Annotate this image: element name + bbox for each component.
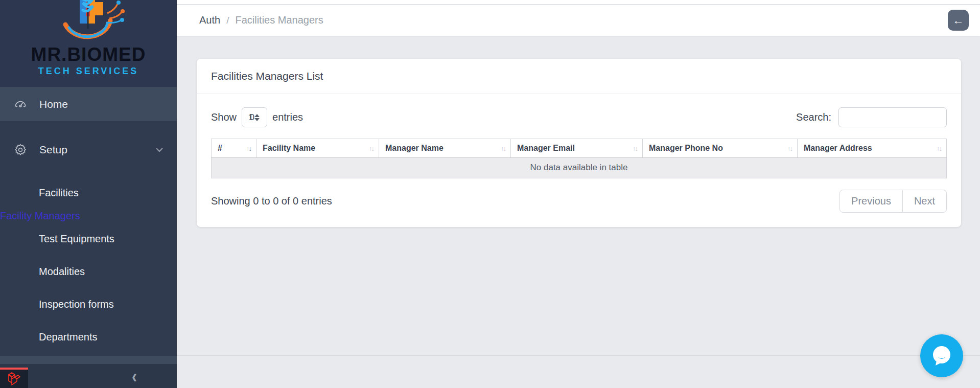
main-area: Auth / Facilities Managers ← Facilities … [177, 0, 980, 388]
empty-table-row: No data available in table [212, 158, 947, 178]
entries-info: Showing 0 to 0 of 0 entries [211, 195, 332, 207]
sort-icon: ↑↓ [625, 145, 637, 152]
page-length-select[interactable]: 10 [242, 107, 267, 127]
logo-subtitle: TECH SERVICES [0, 66, 177, 77]
pagination: Previous Next [839, 190, 947, 213]
table-header-row: # ↑↓ Facility Name ↑↓ Manager Name ↑↓ [212, 139, 947, 158]
breadcrumb-section[interactable]: Auth [199, 14, 220, 26]
app-root: MR.BIOMED TECH SERVICES Home Setup [0, 0, 980, 388]
content-area: Facilities Managers List Show 10 entries [177, 36, 980, 388]
table-controls: Show 10 entries Search: [211, 107, 947, 127]
sidebar-subitem-test-equipments[interactable]: Test Equipments [0, 233, 177, 245]
caduceus-logo-icon [50, 0, 127, 46]
entries-label: entries [272, 111, 303, 123]
empty-message: No data available in table [212, 158, 947, 178]
laravel-icon [7, 371, 22, 386]
breadcrumb-separator: / [226, 15, 229, 26]
facilities-managers-card: Facilities Managers List Show 10 entries [197, 59, 961, 227]
sidebar-collapse-button[interactable]: ‹ [132, 367, 137, 386]
sidebar-item-label: Setup [39, 144, 67, 156]
content-footer-divider [177, 355, 980, 356]
card-title: Facilities Managers List [211, 70, 323, 82]
sidebar-item-label: Home [39, 98, 68, 110]
logo: MR.BIOMED TECH SERVICES [0, 0, 177, 87]
chevron-down-icon [155, 147, 164, 152]
breadcrumb-bar: Auth / Facilities Managers ← [177, 5, 980, 36]
card-header: Facilities Managers List [197, 59, 961, 94]
gear-icon [14, 143, 27, 156]
column-header-index[interactable]: # ↑↓ [212, 139, 256, 158]
search-control: Search: [796, 107, 947, 127]
top-strip [177, 0, 980, 5]
select-spinner-icon [254, 114, 260, 121]
previous-page-button[interactable]: Previous [839, 190, 903, 213]
sidebar-item-home[interactable]: Home [0, 87, 177, 121]
table-footer: Showing 0 to 0 of 0 entries Previous Nex… [211, 190, 947, 213]
search-label: Search: [796, 111, 831, 123]
sidebar-subitem-departments[interactable]: Departments [0, 331, 177, 343]
sort-icon: ↑↓ [362, 145, 374, 152]
sidebar-subitem-facilities[interactable]: Facilities [0, 187, 177, 199]
sidebar-item-setup[interactable]: Setup [0, 132, 177, 167]
logo-title: MR.BIOMED [0, 45, 177, 64]
page-length-value: 10 [248, 112, 251, 123]
chat-launcher-button[interactable] [920, 334, 963, 377]
breadcrumb-current: Facilities Managers [235, 14, 323, 26]
next-page-button[interactable]: Next [903, 190, 947, 213]
sort-icon: ↑↓ [780, 145, 792, 152]
sidebar-subitem-modalities[interactable]: Modalities [0, 266, 177, 278]
back-button[interactable]: ← [948, 10, 969, 31]
sidebar-subitem-inspection-forms[interactable]: Inspection forms [0, 299, 177, 310]
sidebar-nav: Home Setup Facilities Facility Managers … [0, 87, 177, 388]
sidebar-subitem-facility-managers[interactable]: Facility Managers [0, 210, 177, 222]
facilities-managers-table: # ↑↓ Facility Name ↑↓ Manager Name ↑↓ [211, 139, 947, 178]
show-label: Show [211, 111, 237, 123]
back-arrow-icon: ← [953, 14, 964, 27]
sort-icon: ↑↓ [929, 145, 941, 152]
column-header-facility-name[interactable]: Facility Name ↑↓ [256, 139, 379, 158]
sort-icon: ↑↓ [494, 145, 505, 152]
laravel-debugbar-badge[interactable] [0, 368, 28, 388]
column-header-manager-phone[interactable]: Manager Phone No ↑↓ [643, 139, 798, 158]
column-header-manager-address[interactable]: Manager Address ↑↓ [798, 139, 947, 158]
column-header-manager-name[interactable]: Manager Name ↑↓ [379, 139, 511, 158]
page-length-control: Show 10 entries [211, 107, 303, 127]
speedometer-icon [14, 98, 27, 111]
sidebar: MR.BIOMED TECH SERVICES Home Setup [0, 0, 177, 388]
search-input[interactable] [838, 107, 947, 127]
column-header-manager-email[interactable]: Manager Email ↑↓ [511, 139, 643, 158]
sort-icon: ↑↓ [239, 145, 251, 152]
card-body: Show 10 entries Search: [197, 94, 961, 227]
chat-bubble-icon [930, 344, 953, 368]
